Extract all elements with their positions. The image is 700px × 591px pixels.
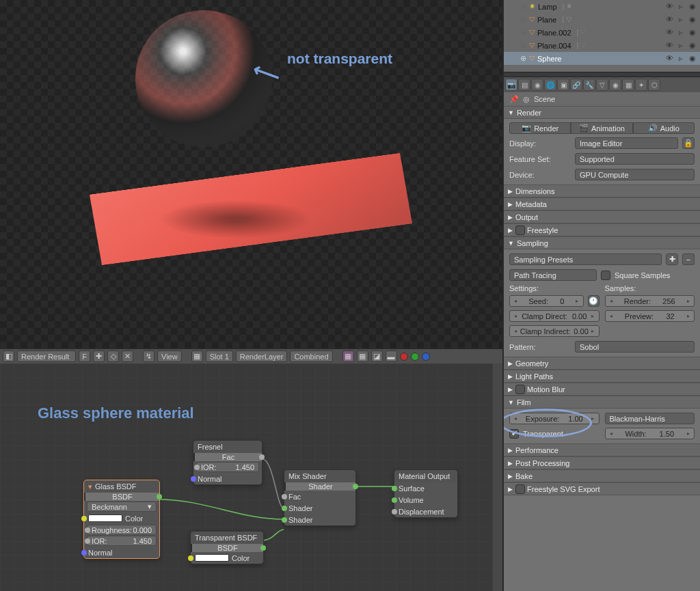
square-samples-checkbox[interactable] (601, 271, 610, 280)
channel-b-button[interactable] (422, 353, 430, 361)
outliner-item-plane[interactable]: ⊕▽Plane| ▽ 👁▹◉ (504, 13, 700, 26)
socket-out[interactable] (259, 454, 265, 460)
freestylesvg-checkbox[interactable] (515, 484, 525, 494)
tab-material[interactable]: ◉ (609, 79, 621, 91)
device-dropdown[interactable]: GPU Compute (575, 169, 695, 180)
select-icon[interactable]: ▹ (676, 28, 686, 37)
roughness-value[interactable]: 0.000 (133, 526, 152, 534)
outliner-item-plane004[interactable]: ⊕▽Plane.004| ∵ 👁▹◉ (504, 39, 700, 52)
panel-header-motionblur[interactable]: ▶ Motion Blur (504, 383, 700, 396)
socket-in[interactable] (392, 509, 397, 514)
freestyle-checkbox[interactable] (515, 225, 525, 235)
socket-out[interactable] (157, 494, 162, 499)
image-f-button[interactable]: F (79, 351, 90, 362)
seed-clock-button[interactable]: 🕐 (588, 295, 600, 307)
outliner[interactable]: ⊕✷Lamp| ✷ 👁▹◉ ⊕▽Plane| ▽ 👁▹◉ ⊕▽Plane.002… (504, 0, 700, 72)
pass-dropdown[interactable]: Combined (290, 351, 332, 362)
visibility-icon[interactable]: 👁 (664, 2, 674, 11)
visibility-icon[interactable]: 👁 (664, 15, 674, 24)
cursor-icon[interactable]: ↯ (143, 351, 154, 362)
node-transparent-bsdf[interactable]: Transparent BSDF BSDF Color (190, 531, 264, 564)
lock-button[interactable]: 🔒 (682, 137, 695, 149)
renderlayer-dropdown[interactable]: RenderLayer (236, 351, 288, 362)
transparent-checkbox[interactable]: ✔ (509, 429, 519, 439)
socket-out[interactable] (260, 545, 266, 551)
panel-header-postprocessing[interactable]: ▶Post Processing (504, 456, 700, 469)
outliner-item-sphere[interactable]: ⊕▽Sphere 👁▹◉ (504, 52, 700, 65)
panel-header-performance[interactable]: ▶Performance (504, 443, 700, 456)
socket-in[interactable] (194, 465, 200, 470)
pattern-dropdown[interactable]: Sobol (575, 341, 695, 353)
channel-g-button[interactable] (411, 353, 419, 361)
tab-scene[interactable]: ◉ (531, 79, 543, 91)
panel-header-freestyle[interactable]: ▶ Freestyle (504, 223, 700, 236)
socket-in[interactable] (282, 517, 287, 523)
exposure-field[interactable]: ◂Exposure:1.00▸ (509, 413, 600, 424)
channel-z-button[interactable]: ▬ (386, 351, 397, 362)
seed-field[interactable]: ◂Seed:0▸ (509, 295, 584, 307)
select-icon[interactable]: ▹ (676, 2, 686, 11)
view-menu[interactable]: View (157, 351, 182, 362)
color-swatch[interactable] (88, 514, 122, 522)
node-material-output[interactable]: Material Output Surface Volume Displacem… (394, 469, 458, 518)
tab-physics[interactable]: ⬡ (648, 79, 660, 91)
socket-in[interactable] (85, 527, 90, 533)
ior-value[interactable]: 1.450 (235, 463, 254, 471)
visibility-icon[interactable]: 👁 (664, 54, 674, 63)
tab-object[interactable]: ▣ (557, 79, 569, 91)
tab-texture[interactable]: ▦ (622, 79, 634, 91)
integrator-dropdown[interactable]: Path Tracing (509, 269, 597, 281)
select-icon[interactable]: ▹ (676, 15, 686, 24)
presets-dropdown[interactable]: Sampling Presets (509, 253, 662, 265)
animation-button[interactable]: 🎬Animation (571, 122, 632, 134)
socket-in[interactable] (392, 486, 397, 491)
render-icon[interactable]: ◉ (688, 41, 697, 50)
clamp-direct-field[interactable]: ◂Clamp Direct:0.00▸ (509, 310, 600, 322)
display-dropdown[interactable]: Image Editor (575, 137, 678, 149)
visibility-icon[interactable]: 👁 (664, 28, 674, 37)
slot-dropdown[interactable]: Slot 1 (206, 351, 233, 362)
render-icon[interactable]: ◉ (688, 28, 697, 37)
render-button[interactable]: 📷Render (509, 122, 571, 134)
socket-in[interactable] (392, 497, 397, 503)
tab-particles[interactable]: ✦ (635, 79, 647, 91)
socket-in[interactable] (282, 506, 287, 511)
render-icon[interactable]: ◉ (688, 2, 697, 11)
render-result-dropdown[interactable]: Render Result (17, 351, 76, 362)
audio-button[interactable]: 🔊Audio (633, 122, 695, 134)
visibility-icon[interactable]: 👁 (664, 41, 674, 50)
panel-header-render[interactable]: ▼Render (504, 106, 700, 119)
tab-data[interactable]: ▽ (596, 79, 608, 91)
pin-icon[interactable]: 📌 (509, 95, 519, 104)
tab-world[interactable]: 🌐 (544, 79, 556, 91)
socket-in[interactable] (85, 538, 90, 544)
outliner-item-plane002[interactable]: ⊕▽Plane.002| ∵ 👁▹◉ (504, 26, 700, 39)
add-image-button[interactable]: ✚ (93, 351, 105, 362)
render-viewport[interactable]: not transparent ⟵ (0, 0, 502, 348)
node-mix-shader[interactable]: Mix Shader Shader Fac Shader Shader (284, 469, 356, 526)
motionblur-checkbox[interactable] (515, 385, 525, 394)
clamp-indirect-field[interactable]: ◂Clamp Indirect:0.00▸ (509, 325, 600, 337)
socket-out[interactable] (353, 484, 358, 489)
panel-header-lightpaths[interactable]: ▶Light Paths (504, 370, 700, 383)
select-icon[interactable]: ▹ (676, 41, 686, 50)
node-editor-scrollbar[interactable] (493, 363, 502, 591)
channel-rgb-button[interactable]: ▦ (357, 351, 368, 362)
render-icon[interactable]: ◉ (688, 54, 697, 63)
select-icon[interactable]: ▹ (676, 54, 686, 63)
socket-in[interactable] (188, 555, 193, 561)
socket-in[interactable] (191, 476, 196, 482)
tab-render-layers[interactable]: ▤ (518, 79, 530, 91)
channel-rgba-button[interactable]: ▦ (342, 351, 354, 362)
panel-header-bake[interactable]: ▶Bake (504, 469, 700, 482)
featureset-dropdown[interactable]: Supported (575, 153, 695, 165)
socket-in[interactable] (282, 494, 287, 499)
pin-button[interactable]: ◇ (107, 351, 119, 362)
preview-samples-field[interactable]: ◂Preview:32▸ (605, 310, 695, 322)
uv-icon[interactable]: ▦ (191, 351, 203, 362)
color-swatch[interactable] (195, 554, 229, 562)
render-icon[interactable]: ◉ (688, 15, 697, 24)
ior-value[interactable]: 1.450 (133, 537, 152, 545)
unlink-button[interactable]: ✕ (122, 351, 133, 362)
node-editor[interactable]: Glass sphere material ▾Glass BSDF BSDF B… (0, 363, 502, 591)
